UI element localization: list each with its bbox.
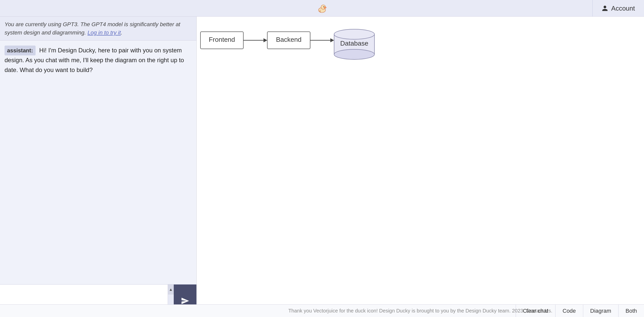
sender-label: assistant: — [5, 46, 36, 55]
arrowhead-2 — [330, 38, 334, 42]
both-button[interactable]: Both — [618, 305, 644, 317]
message-1: assistant: Hi! I'm Design Ducky, here to… — [5, 46, 192, 75]
frontend-label: Frontend — [209, 36, 235, 43]
database-bottom — [334, 49, 374, 59]
account-button[interactable]: Account — [592, 0, 644, 17]
diagram-button[interactable]: Diagram — [583, 305, 618, 317]
chat-panel: You are currently using GPT3. The GPT4 m… — [0, 17, 197, 317]
main-content: You are currently using GPT3. The GPT4 m… — [0, 17, 644, 317]
account-icon — [602, 5, 608, 12]
diagram-panel: Frontend Backend Database — [197, 17, 644, 317]
account-label: Account — [611, 5, 635, 12]
duck-icon — [316, 2, 328, 15]
chat-messages: assistant: Hi! I'm Design Ducky, here to… — [0, 41, 196, 284]
database-label: Database — [340, 40, 368, 47]
diagram-canvas: Frontend Backend Database — [197, 17, 644, 317]
backend-label: Backend — [276, 36, 301, 43]
code-button[interactable]: Code — [555, 305, 583, 317]
gpt-banner: You are currently using GPT3. The GPT4 m… — [0, 17, 196, 41]
diagram-svg: Frontend Backend Database — [197, 17, 644, 317]
login-link[interactable]: Log in to try it — [87, 29, 121, 36]
svg-point-2 — [324, 7, 326, 8]
svg-point-3 — [324, 6, 324, 7]
send-icon — [181, 297, 189, 305]
footer-buttons: Clear chat Code Diagram Both — [516, 305, 644, 317]
banner-text-after: . — [121, 29, 122, 36]
clear-chat-button[interactable]: Clear chat — [516, 305, 555, 317]
arrowhead-1 — [264, 38, 267, 42]
database-top — [334, 29, 374, 39]
logo-area — [316, 2, 328, 15]
app-header: Account — [0, 0, 644, 17]
scroll-up-arrow[interactable]: ▲ — [168, 285, 174, 295]
footer: Thank you Vectorjuice for the duck icon!… — [0, 304, 644, 317]
